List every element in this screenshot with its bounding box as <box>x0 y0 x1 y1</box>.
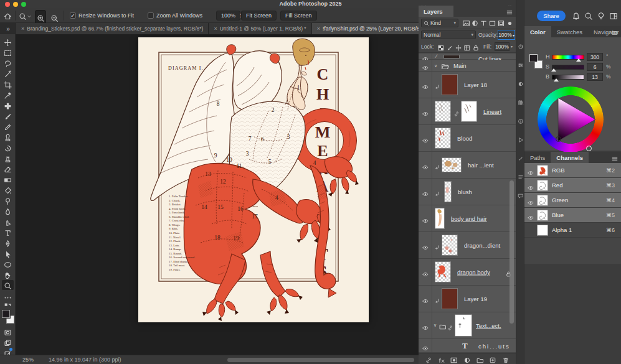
layer-row-layer-18[interactable]: Layer 18 <box>419 72 516 98</box>
layer-name[interactable]: dragon...dient <box>464 242 500 249</box>
sb-marker[interactable] <box>556 136 561 142</box>
layer-thumbnail[interactable] <box>442 288 458 309</box>
lock-lock-icon[interactable] <box>472 43 480 50</box>
slider-thumb[interactable] <box>551 68 556 72</box>
kind-adjust-icon[interactable] <box>471 19 479 27</box>
document-tab-3[interactable]: ×!farlynShirt.psd @ 25% (Layer 20, RGB/8… <box>312 23 433 34</box>
layer-name[interactable]: Lineart <box>483 108 501 115</box>
tool-hand[interactable] <box>2 269 14 279</box>
mask-button[interactable] <box>450 355 458 363</box>
layer-visibility-toggle[interactable] <box>419 179 432 205</box>
lock-frame-icon[interactable] <box>463 43 471 50</box>
slider-value[interactable]: 6 <box>587 63 603 71</box>
tool-shape[interactable] <box>2 259 14 269</box>
tool-smudge[interactable] <box>2 217 14 226</box>
trash-button[interactable] <box>502 355 510 363</box>
fill-screen-button[interactable]: Fill Screen <box>280 11 317 21</box>
layer-visibility-toggle[interactable] <box>419 125 432 151</box>
tool-dodge[interactable] <box>2 195 14 205</box>
layers-scrollbar[interactable] <box>510 180 514 324</box>
tool-pencil[interactable] <box>2 121 14 131</box>
layer-name[interactable]: Layer 18 <box>464 82 487 88</box>
collapsed-panel-info[interactable] <box>518 116 524 122</box>
channel-row-green[interactable]: Green⌘4 <box>524 193 621 208</box>
layer-row-main[interactable]: ∨Main <box>419 60 516 72</box>
tool-history-brush[interactable] <box>2 142 14 152</box>
tool-marquee[interactable] <box>2 47 14 57</box>
layer-visibility-toggle[interactable] <box>419 312 432 338</box>
foreground-color[interactable] <box>2 310 10 318</box>
hue-ring-marker[interactable] <box>586 146 592 151</box>
tab-close-icon[interactable]: × <box>214 26 217 32</box>
layer-row-dragon-body[interactable]: dragon body <box>419 259 516 286</box>
adjust-button[interactable] <box>463 355 471 363</box>
slider-track[interactable] <box>552 65 584 70</box>
color-panel-menu-icon[interactable] <box>611 28 619 35</box>
home-button[interactable] <box>4 8 12 23</box>
tool-move[interactable] <box>2 37 14 47</box>
channel-visibility-toggle[interactable] <box>524 167 537 174</box>
checkbox-unchecked-icon[interactable] <box>148 12 154 19</box>
tool-gradient[interactable] <box>2 174 14 184</box>
document-canvas[interactable]: DIAGRAM I.CHIMERACUTS <box>138 37 369 322</box>
layer-row-cut-lines[interactable]: ∕Cut lines <box>419 54 516 60</box>
collapsed-panel-properties[interactable] <box>518 60 524 66</box>
status-chevron[interactable]: › <box>113 357 115 363</box>
channel-row-red[interactable]: Red⌘3 <box>524 178 621 193</box>
collapsed-panel-history[interactable] <box>518 41 524 47</box>
tab-channels[interactable]: Channels <box>551 152 589 163</box>
fill-value[interactable]: 100% <box>495 42 510 51</box>
layer-row-dragon-dient[interactable]: dragon...dient <box>419 232 516 259</box>
layer-row-hair-ient[interactable]: hair ...ient <box>419 152 516 179</box>
quick-mask-button[interactable] <box>2 327 14 337</box>
slider-thumb[interactable] <box>576 58 581 62</box>
channel-visibility-toggle[interactable] <box>524 212 537 218</box>
layer-row-chi-uts[interactable]: Tchi...uts <box>419 339 516 353</box>
collapse-panel-icon[interactable] <box>508 1 513 6</box>
canvas-area[interactable]: DIAGRAM I.CHIMERACUTS <box>16 34 419 355</box>
slider-value[interactable]: 300 <box>587 53 603 61</box>
blend-mode-select[interactable]: Normal▾ <box>421 30 476 39</box>
tool-eyedropper[interactable] <box>2 90 14 100</box>
layer-thumbnail[interactable] <box>442 157 462 172</box>
tool-eraser[interactable] <box>2 164 14 174</box>
layer-row-body-and-hair[interactable]: body and hair <box>419 205 516 232</box>
zoom-percentage[interactable]: 25% <box>22 357 34 363</box>
layer-thumbnail[interactable] <box>444 181 452 202</box>
layer-row-layer-19[interactable]: Layer 19 <box>419 286 516 312</box>
slider-thumb[interactable] <box>554 78 559 82</box>
folder-button[interactable] <box>476 355 484 363</box>
tab-color[interactable]: Color <box>524 26 551 37</box>
tool-blur[interactable] <box>2 206 14 216</box>
collapsed-panel-comments[interactable] <box>518 190 524 197</box>
channel-visibility-toggle[interactable] <box>524 182 537 189</box>
group-expand-chevron[interactable]: ∨ <box>434 63 437 68</box>
layer-visibility-toggle[interactable] <box>419 60 432 71</box>
tool-preset[interactable] <box>19 8 32 23</box>
layout-icon[interactable] <box>609 12 618 21</box>
layer-thumbnail[interactable] <box>442 74 458 95</box>
tab-layers[interactable]: Layers <box>419 6 453 17</box>
tab-overflow-chevron[interactable]: » <box>0 23 16 34</box>
opacity-value[interactable]: 100%▾ <box>498 30 514 39</box>
layer-thumbnail[interactable] <box>435 208 445 229</box>
channel-visibility-toggle[interactable] <box>524 197 537 203</box>
layer-visibility-toggle[interactable] <box>419 72 432 98</box>
horizontal-scrollbar[interactable] <box>227 358 414 362</box>
layer-name[interactable]: Blood <box>457 135 472 142</box>
layer-name[interactable]: chi...uts <box>478 342 510 349</box>
layer-thumbnail[interactable] <box>435 101 451 122</box>
bell-icon[interactable] <box>572 12 581 21</box>
layer-visibility-toggle[interactable] <box>419 232 432 258</box>
tool-paint-bucket[interactable] <box>2 185 14 195</box>
layer-row-lineart[interactable]: Lineart <box>419 98 516 125</box>
group-expand-chevron[interactable]: ∨ <box>434 323 437 328</box>
layer-visibility-toggle[interactable] <box>419 205 432 231</box>
bulb-icon[interactable] <box>597 12 605 21</box>
layer-thumbnail[interactable] <box>442 235 458 256</box>
layer-visibility-toggle[interactable] <box>419 339 432 352</box>
zoom-level-button[interactable]: 100% <box>216 11 240 21</box>
lock-move-icon[interactable] <box>455 43 462 50</box>
tool-brush[interactable] <box>2 111 14 121</box>
layer-name[interactable]: hair ...ient <box>468 162 494 169</box>
